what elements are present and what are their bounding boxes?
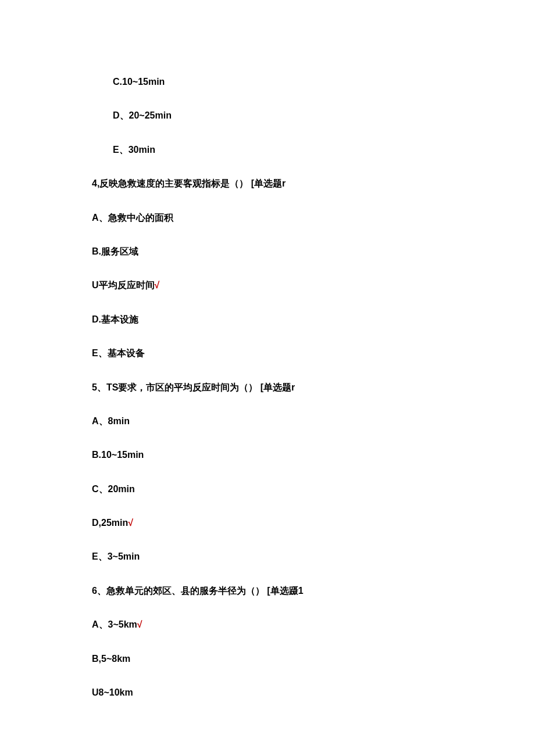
correct-mark-icon: √ [128, 518, 133, 528]
correct-mark-icon: √ [137, 619, 142, 629]
q4-option-a: A、急救中心的面积 [92, 212, 535, 224]
q5-option-e: E、3~5min [92, 550, 535, 563]
correct-mark-icon: √ [155, 280, 160, 290]
question-6-stem: 6、急救单元的郊区、县的服务半径为（） [单选蹑1 [92, 585, 535, 597]
q5-option-c: C、20min [92, 483, 535, 496]
q4-option-c-text: U平均反应时间 [92, 280, 155, 290]
question-5-stem: 5、TS要求，市区的平均反应时间为（） [单选题r [92, 381, 535, 394]
prior-option-e: E、30min [113, 144, 535, 156]
q5-option-a: A、8min [92, 415, 535, 428]
q6-option-b: B,5~8km [92, 653, 535, 665]
prior-option-c: C.10~15min [113, 76, 535, 88]
prior-option-d: D、20~25min [113, 109, 535, 122]
q5-option-b: B.10~15min [92, 449, 535, 461]
q4-option-e: E、基本设备 [92, 347, 535, 360]
q4-option-d: D.基本设施 [92, 313, 535, 326]
q6-option-a: A、3~5km√ [92, 618, 535, 631]
q4-option-c: U平均反应时间√ [92, 279, 535, 292]
question-4-stem: 4,反映急救速度的主要客观指标是（） [单选题r [92, 177, 535, 190]
q6-option-a-text: A、3~5km [92, 619, 137, 629]
q5-option-d: D,25min√ [92, 517, 535, 529]
q5-option-d-text: D,25min [92, 518, 128, 528]
q4-option-b: B.服务区域 [92, 245, 535, 258]
q6-option-c: U8~10km [92, 686, 535, 699]
